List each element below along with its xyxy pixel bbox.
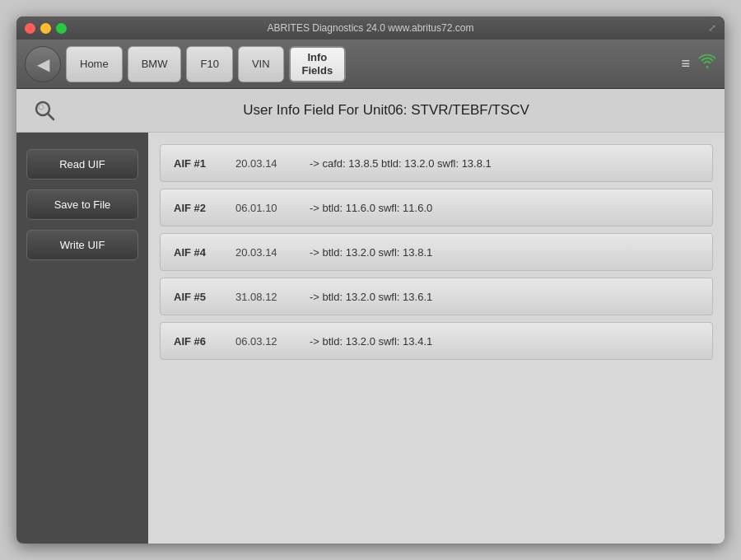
write-uif-button[interactable]: Write UIF — [26, 230, 138, 260]
row-value: -> cafd: 13.8.5 btld: 13.2.0 swfl: 13.8.… — [310, 157, 492, 170]
minimize-button[interactable] — [40, 23, 51, 34]
resize-icon: ⤢ — [708, 22, 716, 34]
row-date: 06.03.12 — [235, 335, 293, 348]
row-date: 06.01.10 — [235, 202, 293, 214]
table-row: AIF #531.08.12-> btld: 13.2.0 swfl: 13.6… — [160, 278, 713, 315]
toolbar: ◀ Home BMW F10 VIN InfoFields ≡ — [16, 40, 725, 89]
row-date: 20.03.14 — [235, 246, 293, 259]
titlebar: ABRITES Diagnostics 24.0 www.abritus72.c… — [16, 16, 725, 40]
toolbar-right: ≡ — [681, 54, 716, 73]
back-button[interactable]: ◀ — [25, 46, 61, 82]
row-value: -> btld: 13.2.0 swfl: 13.8.1 — [310, 246, 432, 259]
inner-layout: Read UIF Save to File Write UIF AIF #120… — [16, 133, 725, 544]
table-row: AIF #206.01.10-> btld: 11.6.0 swfl: 11.6… — [160, 189, 713, 226]
home-nav-button[interactable]: Home — [66, 46, 123, 82]
row-label: AIF #2 — [174, 202, 219, 214]
row-label: AIF #4 — [174, 246, 219, 259]
search-icon — [34, 100, 55, 121]
search-icon-wrap — [33, 99, 56, 122]
main-window: ABRITES Diagnostics 24.0 www.abritus72.c… — [16, 16, 725, 544]
table-row: AIF #120.03.14-> cafd: 13.8.5 btld: 13.2… — [160, 144, 713, 182]
read-uif-button[interactable]: Read UIF — [26, 149, 138, 180]
row-label: AIF #1 — [174, 157, 219, 170]
maximize-button[interactable] — [56, 23, 67, 34]
f10-nav-button[interactable]: F10 — [186, 46, 232, 82]
content-header: User Info Field For Unit06: STVR/TEBF/TS… — [16, 89, 725, 133]
close-button[interactable] — [25, 23, 35, 34]
row-label: AIF #5 — [174, 291, 219, 303]
content-area: User Info Field For Unit06: STVR/TEBF/TS… — [16, 89, 725, 544]
row-value: -> btld: 11.6.0 swfl: 11.6.0 — [310, 202, 432, 214]
window-title: ABRITES Diagnostics 24.0 www.abritus72.c… — [268, 22, 474, 34]
window-controls — [25, 23, 67, 34]
svg-point-2 — [39, 105, 44, 110]
table-row: AIF #420.03.14-> btld: 13.2.0 swfl: 13.8… — [160, 233, 713, 271]
row-value: -> btld: 13.2.0 swfl: 13.4.1 — [310, 335, 432, 348]
menu-icon[interactable]: ≡ — [681, 55, 690, 72]
save-to-file-button[interactable]: Save to File — [26, 189, 138, 220]
page-title: User Info Field For Unit06: STVR/TEBF/TS… — [64, 102, 708, 119]
row-date: 31.08.12 — [235, 291, 293, 303]
sidebar: Read UIF Save to File Write UIF — [16, 133, 148, 544]
row-date: 20.03.14 — [235, 157, 293, 170]
table-row: AIF #606.03.12-> btld: 13.2.0 swfl: 13.4… — [160, 322, 713, 360]
info-fields-nav-button[interactable]: InfoFields — [289, 46, 347, 82]
svg-line-1 — [48, 114, 54, 119]
row-value: -> btld: 13.2.0 swfl: 13.6.1 — [310, 291, 432, 303]
bmw-nav-button[interactable]: BMW — [128, 46, 182, 82]
row-label: AIF #6 — [174, 335, 219, 348]
vin-nav-button[interactable]: VIN — [238, 46, 284, 82]
wifi-icon — [698, 54, 716, 73]
data-panel: AIF #120.03.14-> cafd: 13.8.5 btld: 13.2… — [148, 133, 725, 544]
